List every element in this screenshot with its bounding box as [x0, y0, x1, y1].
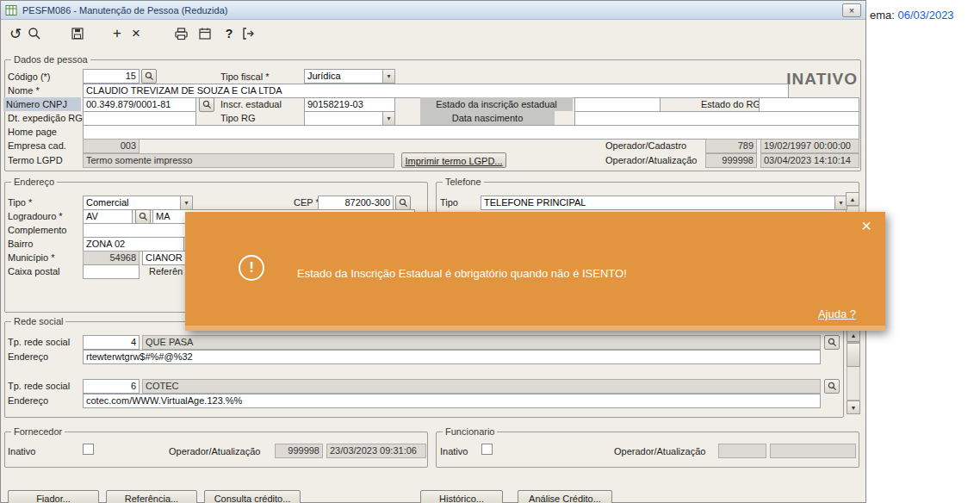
rede-social-2-endereco-label: Endereço [8, 395, 48, 406]
rede-social-1-tp-field[interactable]: 4 [83, 335, 140, 350]
operador-atualizacao-id: 999998 [705, 153, 757, 168]
cep-field[interactable]: 87200-300 [318, 196, 394, 210]
toolbar-undo-button[interactable]: ↺ [6, 24, 25, 43]
add-icon: + [113, 25, 121, 42]
fornecedor-legend: Fornecedor [11, 426, 65, 437]
bairro-field[interactable]: ZONA 02 [83, 237, 184, 251]
system-date-label: ema: [870, 9, 895, 22]
help-link[interactable]: Ajuda ? [818, 307, 856, 320]
toolbar-add-button[interactable]: + [108, 24, 127, 43]
termo-lgpd-field: Termo somente impresso [83, 153, 394, 168]
toolbar-delete-button[interactable]: × [127, 24, 146, 43]
telefone-tipo-value: TELEFONE PRINCIPAL [484, 197, 586, 208]
rede-social-1-nome-field: QUE PASA [142, 335, 821, 350]
lookup-icon [202, 100, 212, 109]
dt-expedicao-field[interactable] [83, 111, 196, 126]
municipio-label: Município * [8, 252, 54, 263]
toolbar-help-button[interactable]: ? [220, 24, 239, 43]
calendar-icon [198, 27, 212, 40]
analise-credito-button[interactable]: Análise Crédito... [518, 490, 612, 503]
cep-lookup-button[interactable] [395, 196, 411, 210]
cnpj-label: Número CNPJ [3, 97, 81, 111]
tipo-fiscal-select[interactable]: Jurídica ▾ [304, 69, 395, 84]
toolbar-print-button[interactable] [171, 24, 190, 43]
delete-icon: × [132, 25, 140, 42]
nome-field[interactable]: CLAUDIO TREVIZAM DE SOUZA E CIA LTDA [83, 84, 789, 98]
toolbar-save-button[interactable] [68, 24, 87, 43]
funcionario-inativo-checkbox[interactable] [481, 444, 493, 455]
cnpj-lookup-button[interactable] [199, 97, 214, 112]
referencia-button[interactable]: Referência... [106, 490, 197, 503]
lookup-icon [399, 198, 408, 208]
funcionario-legend: Funcionario [443, 426, 497, 437]
rede-social-scrollbar-thumb[interactable] [847, 343, 860, 367]
rede-social-1-lookup-button[interactable] [824, 335, 840, 350]
funcionario-operador-id [718, 444, 766, 458]
telefone-tipo-select[interactable]: TELEFONE PRINCIPAL ▾ [481, 196, 847, 210]
chevron-down-icon: ▾ [180, 196, 192, 209]
lookup-icon [828, 382, 837, 391]
lookup-icon [139, 212, 148, 221]
lookup-icon [145, 71, 154, 81]
logradouro-tipo-field[interactable]: AV [83, 209, 133, 224]
toolbar-search-button[interactable] [25, 24, 44, 43]
panel-scroll-up-button[interactable]: ▲ [846, 192, 859, 206]
app-icon [5, 4, 17, 16]
rede-social-1-tp-label: Tp. rede social [8, 337, 70, 347]
consulta-credito-button[interactable]: Consulta crédito... [204, 490, 301, 503]
lookup-icon [828, 338, 837, 347]
dialog-close-button[interactable]: × [861, 217, 871, 234]
imprimir-termo-button[interactable]: Imprimir termo LGPD... [401, 152, 506, 168]
rede-social-2-tp-field[interactable]: 6 [83, 379, 140, 394]
warning-icon: ! [239, 255, 264, 281]
home-page-field[interactable] [83, 125, 859, 140]
fiador-button[interactable]: Fiador... [8, 490, 99, 503]
codigo-label: Código (*) [8, 71, 51, 82]
rede-social-2-tp-label: Tp. rede social [8, 381, 70, 391]
fornecedor-operador-timestamp: 23/03/2023 09:31:06 [326, 444, 426, 458]
empresa-cad-field: 003 [83, 139, 140, 153]
rede-social-1-endereco-field[interactable]: rtewterwtgrw$#%#@%32 [83, 350, 821, 364]
toolbar-schedule-button[interactable] [195, 24, 214, 43]
endereco-tipo-select[interactable]: Comercial ▾ [83, 196, 193, 210]
tipo-rg-select[interactable]: ▾ [304, 111, 395, 126]
codigo-field[interactable]: 15 [83, 69, 140, 84]
caixa-postal-label: Caixa postal [8, 266, 60, 276]
estado-inscricao-label: Estado da inscrição estadual [420, 97, 573, 111]
arrow-up-icon: ▲ [851, 332, 857, 338]
save-icon [71, 27, 84, 40]
system-date: ema: 06/03/2023 [870, 9, 954, 22]
toolbar: ↺ + × [1, 20, 865, 49]
rede-social-legend: Rede social [11, 316, 65, 326]
caixa-postal-field[interactable] [83, 264, 140, 279]
historico-button[interactable]: Histórico... [420, 490, 503, 503]
rede-social-2-lookup-button[interactable] [824, 379, 840, 394]
cnpj-field[interactable]: 00.349.879/0001-81 [83, 97, 196, 112]
search-icon [28, 27, 41, 40]
window-close-button[interactable]: × [842, 3, 861, 17]
operador-cadastro-id: 789 [705, 139, 757, 153]
estado-inscricao-field[interactable] [574, 97, 661, 112]
municipio-code-field: 54968 [83, 251, 140, 265]
referencia-label: Referên [149, 266, 183, 276]
dialog-message: Estado da Inscrição Estadual é obrigatór… [297, 267, 627, 280]
undo-icon: ↺ [9, 25, 22, 43]
cep-label: CEP * [294, 197, 319, 208]
help-icon: ? [226, 27, 233, 40]
tipo-rg-label: Tipo RG [220, 113, 256, 123]
codigo-lookup-button[interactable] [141, 69, 157, 84]
data-nascimento-label: Data nascimento [420, 111, 555, 125]
rede-social-scroll-down-button[interactable]: ▼ [847, 401, 860, 414]
funcionario-operador-timestamp [770, 444, 856, 458]
rede-social-2-endereco-field[interactable]: cotec.com/WWW.VirtualAge.123.%% [83, 394, 821, 408]
endereco-tipo-label: Tipo * [8, 197, 32, 208]
operador-atualizacao-timestamp: 03/04/2023 14:10:14 [760, 153, 859, 168]
chevron-down-icon: ▾ [382, 112, 394, 125]
data-nascimento-field[interactable] [574, 111, 859, 126]
logradouro-lookup-button[interactable] [135, 209, 151, 224]
fornecedor-inativo-checkbox[interactable] [83, 444, 94, 455]
endereco-legend: Endereço [11, 177, 57, 187]
toolbar-exit-button[interactable] [239, 24, 257, 43]
inscr-estadual-field[interactable]: 90158219-03 [304, 97, 395, 112]
estado-rg-field[interactable] [759, 97, 859, 112]
